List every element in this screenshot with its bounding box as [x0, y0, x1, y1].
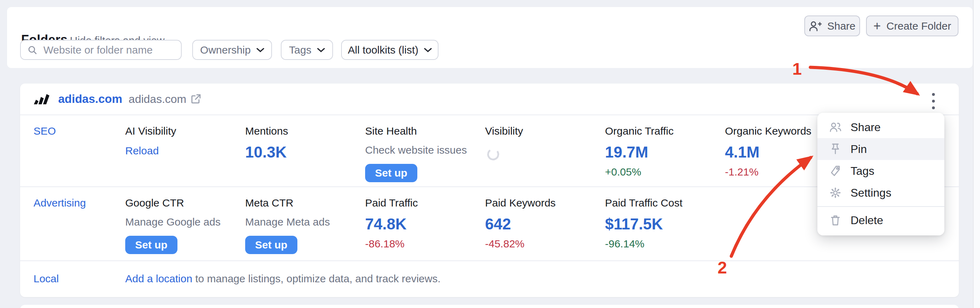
external-link-icon[interactable] — [191, 94, 201, 104]
organic-traffic-cell: Organic Traffic 19.7M +0.05% — [605, 115, 725, 186]
toolkits-filter[interactable]: All toolkits (list) — [341, 40, 439, 60]
gear-icon — [829, 187, 842, 199]
folder-name-link[interactable]: adidas.com — [58, 92, 123, 106]
mentions-label: Mentions — [245, 125, 365, 137]
search-icon — [27, 45, 38, 56]
paid-traffic-cost-label: Paid Traffic Cost — [605, 197, 725, 209]
menu-item-settings[interactable]: Settings — [818, 182, 944, 204]
chevron-down-icon — [317, 48, 325, 52]
google-ctr-setup-button[interactable]: Set up — [125, 236, 177, 254]
pin-icon — [829, 143, 842, 155]
mentions-cell: Mentions 10.3K — [245, 115, 365, 186]
visibility-cell: Visibility — [485, 115, 605, 186]
toolkits-filter-label: All toolkits (list) — [348, 44, 418, 56]
site-health-label: Site Health — [365, 125, 485, 137]
menu-item-share[interactable]: Share — [818, 116, 944, 138]
folder-domain: adidas.com — [129, 93, 187, 106]
google-ctr-hint: Manage Google ads — [125, 216, 245, 228]
folder-menu-kebab-icon[interactable] — [926, 91, 941, 111]
ownership-filter[interactable]: Ownership — [192, 40, 272, 60]
paid-keywords-label: Paid Keywords — [485, 197, 605, 209]
create-folder-button[interactable]: + Create Folder — [866, 16, 958, 36]
meta-ctr-setup-button[interactable]: Set up — [245, 236, 298, 254]
next-folder-card-partial — [20, 305, 959, 308]
trash-icon — [829, 214, 842, 226]
tags-filter-label: Tags — [289, 44, 311, 56]
local-description: Add a location to manage listings, optim… — [125, 273, 441, 285]
menu-item-delete-label: Delete — [851, 214, 883, 227]
local-description-text: to manage listings, optimize data, and t… — [192, 273, 441, 284]
paid-traffic-cost-cell: Paid Traffic Cost $117.5K -96.14% — [605, 187, 725, 260]
filters-panel: Folders Hide filters and view Ownership … — [7, 7, 973, 68]
person-add-icon — [809, 21, 822, 32]
search-input[interactable] — [43, 44, 175, 56]
tags-filter[interactable]: Tags — [281, 40, 333, 60]
google-ctr-cell: Google CTR Manage Google ads Set up — [125, 187, 245, 260]
ai-visibility-label: AI Visibility — [125, 125, 245, 137]
mentions-value[interactable]: 10.3K — [245, 143, 365, 161]
site-health-hint: Check website issues — [365, 144, 485, 156]
menu-divider — [818, 206, 944, 207]
meta-ctr-hint: Manage Meta ads — [245, 216, 365, 228]
ai-visibility-cell: AI Visibility Reload — [125, 115, 245, 186]
paid-traffic-cost-change: -96.14% — [605, 238, 725, 250]
folders-page: { "page": { "title": "Folders", "hide_fi… — [0, 0, 980, 308]
meta-ctr-label: Meta CTR — [245, 197, 365, 209]
create-folder-label: Create Folder — [886, 20, 951, 32]
menu-item-tags-label: Tags — [851, 165, 875, 178]
add-location-link[interactable]: Add a location — [125, 273, 192, 284]
plus-icon: + — [873, 20, 881, 32]
loading-spinner-icon — [487, 148, 500, 161]
ownership-filter-label: Ownership — [200, 44, 250, 56]
paid-traffic-value[interactable]: 74.8K — [365, 215, 485, 233]
seo-link[interactable]: SEO — [33, 125, 56, 137]
paid-keywords-cell: Paid Keywords 642 -45.82% — [485, 187, 605, 260]
menu-item-settings-label: Settings — [851, 186, 891, 200]
paid-keywords-value[interactable]: 642 — [485, 215, 605, 233]
google-ctr-label: Google CTR — [125, 197, 245, 209]
adidas-logo-icon — [33, 94, 51, 105]
menu-item-pin-label: Pin — [851, 143, 867, 156]
menu-item-tags[interactable]: Tags — [818, 160, 944, 182]
share-button-label: Share — [827, 20, 856, 32]
menu-item-share-label: Share — [851, 121, 881, 134]
organic-traffic-label: Organic Traffic — [605, 125, 725, 137]
meta-ctr-cell: Meta CTR Manage Meta ads Set up — [245, 187, 365, 260]
page-scrollbar[interactable] — [973, 0, 980, 308]
paid-traffic-cost-value[interactable]: $117.5K — [605, 215, 725, 233]
paid-keywords-change: -45.82% — [485, 238, 605, 250]
menu-item-delete[interactable]: Delete — [818, 210, 944, 231]
organic-traffic-value[interactable]: 19.7M — [605, 143, 725, 161]
advertising-link[interactable]: Advertising — [33, 197, 86, 209]
visibility-label: Visibility — [485, 125, 605, 137]
local-link[interactable]: Local — [33, 273, 59, 284]
paid-traffic-cell: Paid Traffic 74.8K -86.18% — [365, 187, 485, 260]
folder-context-menu: Share Pin Tags — [818, 113, 944, 235]
tag-icon — [829, 165, 842, 176]
folder-search[interactable] — [20, 40, 182, 60]
paid-traffic-label: Paid Traffic — [365, 197, 485, 209]
paid-traffic-change: -86.18% — [365, 238, 485, 250]
reload-link[interactable]: Reload — [125, 145, 245, 157]
chevron-down-icon — [424, 48, 432, 52]
menu-item-pin[interactable]: Pin — [818, 138, 944, 160]
share-users-icon — [829, 122, 842, 133]
folder-card-header: adidas.com adidas.com — [20, 84, 959, 115]
local-row: Local Add a location to manage listings,… — [20, 260, 959, 296]
site-health-cell: Site Health Check website issues Set up — [365, 115, 485, 186]
organic-traffic-change: +0.05% — [605, 166, 725, 178]
share-button[interactable]: Share — [804, 16, 860, 36]
site-health-setup-button[interactable]: Set up — [365, 164, 417, 182]
chevron-down-icon — [256, 48, 264, 52]
